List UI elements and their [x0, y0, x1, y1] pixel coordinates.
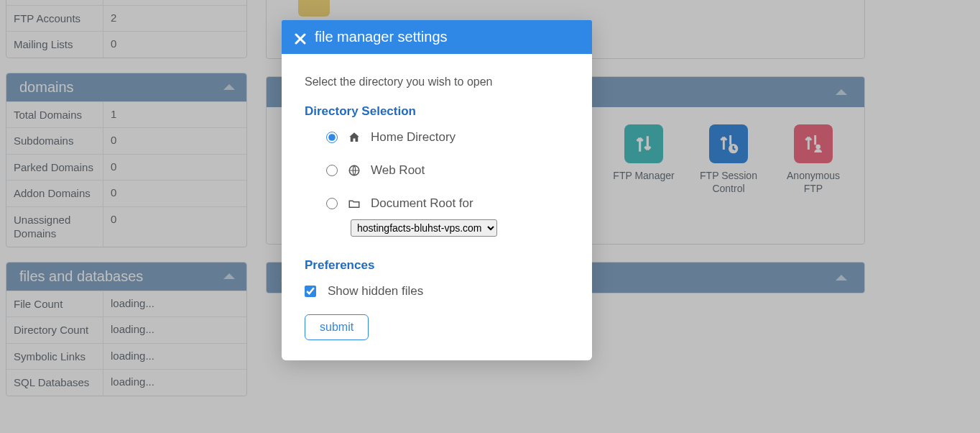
show-hidden-checkbox[interactable] — [305, 286, 316, 297]
radio-web-root[interactable]: Web Root — [326, 163, 569, 178]
document-root-select[interactable]: hostingfacts-bluhst-vps.com — [351, 219, 497, 237]
home-icon — [348, 131, 361, 144]
modal-header: file manager settings — [282, 20, 592, 54]
radio-home-directory[interactable]: Home Directory — [326, 130, 569, 145]
radio-label: Web Root — [371, 163, 425, 178]
radio-label: Home Directory — [371, 130, 456, 145]
globe-icon — [348, 164, 361, 177]
file-manager-settings-modal: file manager settings Select the directo… — [282, 20, 592, 360]
radio-docroot-input[interactable] — [326, 198, 338, 209]
check-label: Show hidden files — [328, 284, 423, 298]
radio-label: Document Root for — [371, 196, 473, 211]
directory-heading: Directory Selection — [305, 104, 569, 119]
close-icon[interactable] — [295, 32, 306, 43]
radio-document-root[interactable]: Document Root for — [326, 196, 569, 211]
radio-home-input[interactable] — [326, 132, 338, 143]
radio-webroot-input[interactable] — [326, 165, 338, 176]
modal-title: file manager settings — [315, 29, 448, 45]
check-show-hidden[interactable]: Show hidden files — [305, 284, 569, 298]
folder-icon — [348, 197, 361, 210]
submit-button[interactable]: submit — [305, 314, 369, 340]
modal-intro: Select the directory you wish to open — [305, 76, 569, 88]
preferences-heading: Preferences — [305, 258, 569, 273]
